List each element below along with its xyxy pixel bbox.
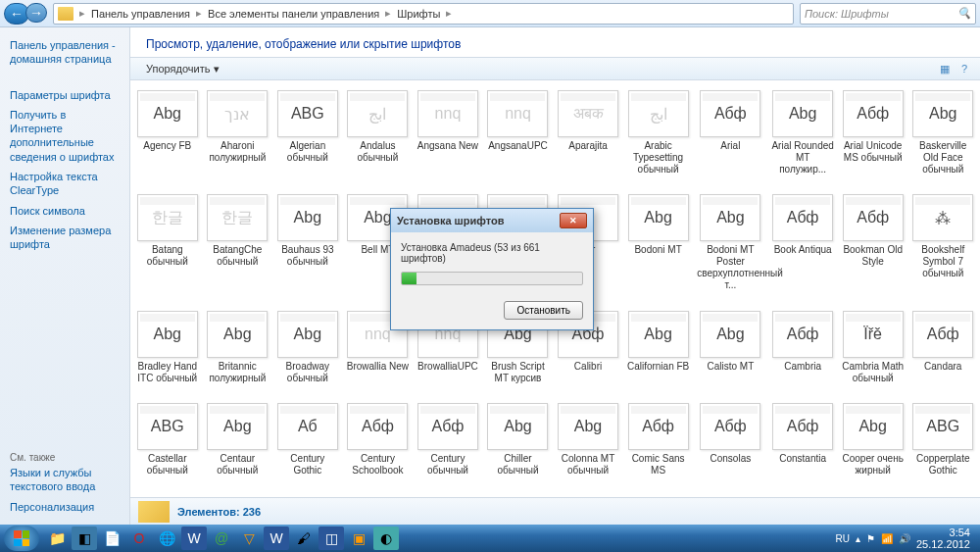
sidebar-link[interactable]: Поиск символа	[10, 201, 120, 221]
sidebar-link[interactable]: Получить в Интернете дополнительные свед…	[10, 105, 120, 167]
font-item[interactable]: ABGCopperplate Gothic	[909, 401, 976, 489]
tray-clock[interactable]: 3:54 25.12.2012	[916, 527, 970, 550]
tray-flag-icon[interactable]: ⚑	[866, 533, 875, 544]
font-item[interactable]: АбфArial	[695, 88, 765, 188]
font-sample: 한글	[207, 194, 268, 241]
font-item[interactable]: AbgBauhaus 93 обычный	[274, 192, 341, 304]
font-item[interactable]: AbgBradley Hand ITC обычный	[134, 309, 201, 397]
font-item[interactable]: AbgCentaur обычный	[205, 401, 271, 489]
task-app-icon[interactable]: ◧	[72, 527, 97, 550]
task-app-icon[interactable]: ◐	[373, 527, 399, 550]
sidebar-home[interactable]: Панель управления - домашняя страница	[10, 35, 120, 70]
tray-network-icon[interactable]: 📶	[881, 533, 893, 544]
breadcrumb-item[interactable]: Панель управления	[87, 8, 194, 20]
font-item[interactable]: АбфConsolas	[695, 401, 765, 489]
font-item[interactable]: AbgBaskerville Old Face обычный	[909, 88, 976, 188]
font-item[interactable]: ⁂Bookshelf Symbol 7 обычный	[909, 192, 976, 304]
font-item[interactable]: АбфCandara	[909, 309, 976, 397]
font-name-label: Cambria Math обычный	[842, 361, 905, 384]
task-app-icon[interactable]: @	[209, 527, 234, 550]
font-item[interactable]: АбфArial Unicode MS обычный	[840, 88, 906, 188]
font-sample: Аб	[277, 403, 338, 450]
font-item[interactable]: AbgBodoni MT Poster сверхуплотненный т..…	[695, 192, 765, 304]
font-name-label: Agency FB	[143, 140, 191, 152]
task-word-icon[interactable]: W	[181, 527, 207, 550]
tray-sound-icon[interactable]: 🔊	[899, 533, 910, 544]
tray-up-icon[interactable]: ▴	[856, 533, 860, 544]
search-input[interactable]: Поиск: Шрифты 🔍	[800, 3, 976, 25]
task-explorer-icon[interactable]: 📁	[44, 527, 70, 550]
breadcrumb[interactable]: ▸ Панель управления ▸ Все элементы панел…	[53, 3, 794, 25]
font-name-label: Bookman Old Style	[842, 244, 905, 268]
forward-button[interactable]: →	[25, 3, 47, 23]
stop-button[interactable]: Остановить	[504, 301, 583, 320]
font-item[interactable]: AbgAgency FB	[134, 88, 201, 188]
font-item[interactable]: nnqAngsana New	[415, 88, 481, 188]
font-item[interactable]: nnqAngsanaUPC	[485, 88, 552, 188]
task-chrome-icon[interactable]: 🌐	[154, 527, 179, 550]
font-sample: ABG	[277, 90, 338, 137]
dialog-titlebar[interactable]: Установка шрифтов ✕	[391, 209, 593, 232]
breadcrumb-item[interactable]: Все элементы панели управления	[204, 8, 383, 20]
toolbar: Упорядочить ▾ ▦ ?	[130, 57, 980, 80]
font-item[interactable]: AbgBritannic полужирный	[205, 309, 271, 397]
font-item[interactable]: АбфComic Sans MS	[625, 401, 692, 489]
font-item[interactable]: AbgCalisto MT	[695, 309, 765, 397]
font-sample: ابج	[628, 90, 689, 137]
font-item[interactable]: ابجArabic Typesetting обычный	[625, 88, 692, 188]
tray-lang[interactable]: RU	[835, 533, 849, 544]
start-button[interactable]	[4, 526, 39, 551]
font-name-label: BatangChe обычный	[207, 244, 270, 268]
sidebar-link[interactable]: Параметры шрифта	[10, 85, 120, 105]
task-app-icon[interactable]: ▽	[236, 527, 262, 550]
task-opera-icon[interactable]: O	[126, 527, 152, 550]
font-name-label: Comic Sans MS	[627, 453, 690, 477]
font-item[interactable]: अबकAparajita	[555, 88, 621, 188]
font-item[interactable]: АбфCambria	[769, 309, 836, 397]
close-button[interactable]: ✕	[560, 213, 587, 228]
font-item[interactable]: АбфBook Antiqua	[769, 192, 836, 304]
titlebar: ← → ▸ Панель управления ▸ Все элементы п…	[0, 0, 980, 27]
font-item[interactable]: AbgChiller обычный	[485, 401, 552, 489]
task-app-icon[interactable]: ▣	[346, 527, 371, 550]
font-item[interactable]: ABGCastellar обычный	[134, 401, 201, 489]
font-item[interactable]: AbgCalifornian FB	[625, 309, 692, 397]
font-item[interactable]: AbgArial Rounded MT полужир...	[769, 88, 836, 188]
font-item[interactable]: AbgColonna MT обычный	[555, 401, 621, 489]
task-app-icon[interactable]: ◫	[318, 527, 344, 550]
font-name-label: AngsanaUPC	[488, 140, 548, 152]
help-icon[interactable]: ?	[956, 61, 972, 76]
font-item[interactable]: ابجAndalus обычный	[345, 88, 412, 188]
status-label: Элементов:	[177, 506, 240, 518]
task-app-icon[interactable]: 🖌	[291, 527, 317, 550]
font-item[interactable]: АбCentury Gothic	[274, 401, 341, 489]
font-name-label: Aharoni полужирный	[207, 140, 270, 164]
font-item[interactable]: АбфBookman Old Style	[840, 192, 906, 304]
font-sample: Абф	[772, 194, 833, 241]
font-item[interactable]: אנךAharoni полужирный	[205, 88, 271, 188]
organize-button[interactable]: Упорядочить ▾	[138, 61, 227, 77]
task-app-icon[interactable]: W	[264, 527, 289, 550]
font-item[interactable]: 한글BatangChe обычный	[205, 192, 271, 304]
font-sample: Абф	[700, 403, 760, 450]
font-item[interactable]: ÏřěCambria Math обычный	[840, 309, 906, 397]
font-item[interactable]: АбфCentury обычный	[415, 401, 481, 489]
font-item[interactable]: 한글Batang обычный	[134, 192, 201, 304]
sidebar-footer-link[interactable]: Персонализация	[10, 497, 120, 517]
font-sample: Abg	[628, 311, 689, 358]
font-item[interactable]: AbgBroadway обычный	[274, 309, 341, 397]
font-item[interactable]: АбфCentury Schoolbook	[345, 401, 412, 489]
task-app-icon[interactable]: 📄	[99, 527, 124, 550]
font-item[interactable]: AbgBodoni MT	[625, 192, 692, 304]
sidebar-footer-link[interactable]: Языки и службы текстового ввода	[10, 463, 120, 497]
sidebar-link[interactable]: Настройка текста ClearType	[10, 167, 120, 201]
view-icon[interactable]: ▦	[937, 61, 953, 76]
font-item[interactable]: АбфConstantia	[769, 401, 836, 489]
sidebar-link[interactable]: Изменение размера шрифта	[10, 221, 120, 255]
font-item[interactable]: ABGAlgerian обычный	[274, 88, 341, 188]
font-item[interactable]: AbgCooper очень жирный	[840, 401, 906, 489]
breadcrumb-item[interactable]: Шрифты	[393, 8, 444, 20]
sidebar-footer-label: См. также	[10, 452, 120, 463]
font-sample: Abg	[137, 90, 198, 137]
dialog-message: Установка Amadeus (53 из 661 шрифтов)	[401, 242, 583, 264]
